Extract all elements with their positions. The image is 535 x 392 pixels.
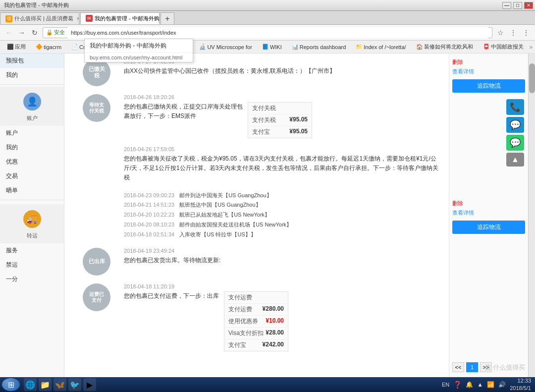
timeline-container: 已缴关税 2018-04-27 17:02:00 由XX公司快件监管中心国已收件… [64,54,449,364]
sidebar-item-my2[interactable]: 我的 [0,140,64,155]
sticky-chat-btn[interactable]: 💬 [506,117,524,133]
sidebar-item-coupon[interactable]: 优惠 [0,155,64,169]
sticky-wechat-btn[interactable]: 💬 [506,135,524,151]
menu-btn[interactable]: ⋮ [521,28,531,38]
taskbar: ⊞ 🌐 📁 🦋 🐦 ▶ EN ❓ 🔔 ▲ 📶 🔊 12:33 2018/5/1 [0,377,535,392]
titlebar: 我的包裹管理 - 中邮海外购 — □ ✕ [0,0,535,11]
content-1: 您的包裹已缴纳关税，正提交口岸海关处理包裹放行，下一步：EMS派件 [124,102,243,121]
timestamp-1: 2018-04-26 18:20:26 [124,94,439,100]
log-4: 2018-04-18 02:51:34 入库收寄【US 特拉华【US】】 [124,230,439,240]
payment-box-1: 支付关税 支付关税 ¥95.05 支付宝 ¥95.05 [248,102,312,138]
detail-link-2[interactable]: 查看详情 [452,209,474,217]
apps-icon: ⬛ [7,44,14,50]
taskbar-right: EN ❓ 🔔 ▲ 📶 🔊 12:33 2018/5/1 [442,377,533,392]
tab-favicon-smzdm: 值 [5,15,12,22]
track-btn-2[interactable]: 追踪物流 [452,221,525,234]
delete-link-1[interactable]: 删除 [452,58,463,66]
circle-fee-paid: 运费已支付 [83,283,110,311]
bookmark-tooltip: 我的中邮海外购 - 中邮海外购 buy.ems.com.cn/user/my-a… [84,39,193,62]
taskbar-icon-app3[interactable]: 🦋 [54,378,66,391]
transport-icon: 🚚 [23,210,41,228]
close-btn[interactable]: ✕ [524,2,533,9]
timestamp-2: 2018-04-26 17:59:05 [124,146,439,152]
bookmark-index[interactable]: 📁 Index of /~loretta/ [352,42,410,52]
maximize-btn[interactable]: □ [513,2,522,9]
bookmark-decoration[interactable]: 🏠 装修如何将北欧风和 [412,42,477,52]
sidebar-item-account[interactable]: 账户 [0,126,64,140]
sidebar: 预报包 我的 👤 账户 账户 我的 优惠 交易 晒单 [0,54,64,377]
payment-box-5: 支付运费 支付运费 ¥280.00 使用优惠券 ¥10.00 [224,291,288,351]
content-0: 由XX公司快件监管中心国已收件（揽投员姓名：黄永维,联系电话：）【广州市】 [124,66,439,76]
sidebar-item-transactions[interactable]: 交易 [0,169,64,183]
bookmark-tigacrm[interactable]: 🔶 tigacrm [32,42,65,52]
payment-fee-row-5-1: 使用优惠券 ¥10.00 [224,316,288,328]
reload-button[interactable]: ↻ [30,28,40,38]
content-5: 您的包裹已支付运费，下一步：出库 [124,291,219,301]
taskbar-network: 📶 [487,381,494,388]
delete-link-2[interactable]: 删除 [452,200,463,207]
scrollbar[interactable] [528,54,535,377]
bookmarks-bar: ⬛ 应用 🔶 tigacrm 📄 Current methods in ✉ 我的… [0,41,535,54]
timeline-item-5: 运费已支付 2018-04-18 11:20:19 您的包裹已支付运费，下一步：… [74,283,439,351]
taskbar-volume[interactable]: 🔊 [498,381,506,388]
tab-ems[interactable]: ✉ 我的包裹管理 - 中邮海外购 ✕ [80,12,160,24]
log-1: 2018-04-21 14:51:23 航班抵达中国【US GuangZhou】 [124,200,439,210]
tab-close-smzdm[interactable]: ✕ [76,16,79,21]
taskbar-icon-folder[interactable]: 📁 [39,378,52,391]
sticky-phone-btn[interactable]: 📞 [506,99,524,115]
bookmarks-more[interactable]: » [530,44,533,51]
sidebar-one-fen-label: 一分 [6,276,18,282]
sidebar-item-service[interactable]: 服务 [0,243,64,258]
taskbar-chevron-up[interactable]: ▲ [477,381,483,388]
sidebar-transactions-label: 交易 [6,172,18,179]
wiki-favicon: 📘 [262,44,269,50]
sidebar-item-one-fen[interactable]: 一分 [0,272,64,286]
page-prev[interactable]: << [452,362,464,372]
sidebar-item-prebook[interactable]: 预报包 [0,54,64,68]
action-group-1: 删除 查看详情 [452,58,525,75]
minimize-btn[interactable]: — [502,2,511,9]
track-btn-1[interactable]: 追踪物流 [452,79,525,93]
bookmark-apps[interactable]: ⬛ 应用 [3,42,30,52]
sidebar-item-my[interactable]: 我的 [0,68,64,82]
timeline-item-1: 等待支付关税 2018-04-26 18:20:26 您的包裹已缴纳关税，正提交… [74,94,439,138]
sidebar-item-showcase[interactable]: 晒单 [0,183,64,198]
bookmark-postal[interactable]: 📮 中国邮政报关 [479,42,528,52]
bookmark-uv[interactable]: 🔬 UV Microscope for [195,42,256,52]
sticky-up-btn[interactable]: ▲ [506,153,524,167]
scroll-thumb[interactable] [529,63,535,93]
taskbar-icon-player[interactable]: ▶ [83,378,96,391]
bookmark-reports[interactable]: 📊 Reports dashboard [288,42,350,52]
taskbar-icon-app4[interactable]: 🐦 [68,378,81,391]
timeline-item-4: 已出库 2018-04-19 23:49:24 您的包裹已发货出库。等待物流更新… [74,248,439,276]
url-input[interactable] [67,27,489,38]
sidebar-item-prohibited[interactable]: 禁运 [0,258,64,272]
sidebar-prebook-label: 预报包 [6,57,24,64]
payment-title-row-5: 支付运费 [224,292,288,304]
forward-button[interactable]: → [17,28,27,38]
security-label: 安全 [54,29,65,36]
bookmark-label-tigacrm: tigacrm [44,44,61,50]
timeline-right-2: 2018-04-26 17:59:05 您的包裹被海关征收了关税，税金为¥95.… [119,146,439,183]
taskbar-en: EN [442,382,449,388]
start-button[interactable]: ⊞ [2,378,20,391]
back-button[interactable]: ← [4,28,14,38]
bookmark-star[interactable]: ☆ [495,28,505,38]
timeline-left-2 [74,146,119,183]
page-current[interactable]: 1 [466,362,478,372]
sidebar-my2-label: 我的 [6,144,18,151]
tab-label-ems: 我的包裹管理 - 中邮海外购 [95,15,160,22]
transport-label: 转运 [0,232,64,241]
detail-link-1[interactable]: 查看详情 [452,68,474,75]
extensions-btn[interactable]: ⋮ [508,28,518,38]
taskbar-icon-browser[interactable]: 🌐 [24,378,37,391]
bookmark-label-uv: UV Microscope for [207,44,252,50]
timeline-right-3: 2018-04-23 09:00:23 邮件到达中国海关【US GuangZho… [119,191,439,240]
bookmark-wiki[interactable]: 📘 WIKI [258,42,286,52]
tab-new[interactable]: + [160,12,174,24]
timestamp-5: 2018-04-18 11:20:19 [124,283,439,289]
bookmark-label-apps: 应用 [15,43,26,51]
tooltip-title[interactable]: 我的中邮海外购 - 中邮海外购 [85,39,193,53]
main-content: 预报包 我的 👤 账户 账户 我的 优惠 交易 晒单 [0,54,535,377]
tab-smzdm[interactable]: 值 什么值得买 | 品质消费葛 ✕ [0,12,79,24]
